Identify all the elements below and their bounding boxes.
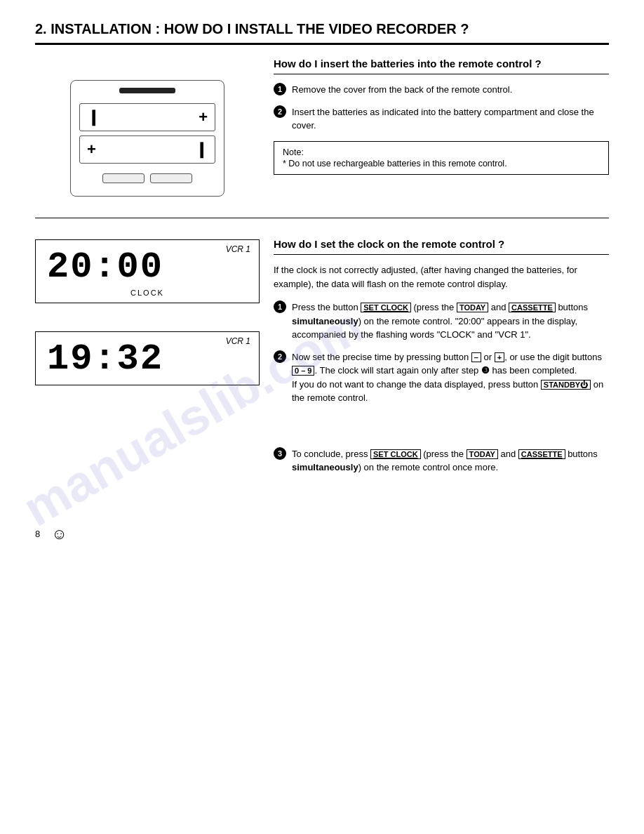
clock-step-3: 3 To conclude, press SET CLOCK (press th… <box>274 447 609 475</box>
clock-step-2-num: 2 <box>274 350 286 363</box>
clock-step-3-text: To conclude, press SET CLOCK (press the … <box>292 447 609 475</box>
battery-positive-2: + <box>87 140 96 159</box>
plus-btn: + <box>495 352 504 362</box>
clock-step-2-text: Now set the precise time by pressing but… <box>292 350 609 405</box>
clock-step-1-text: Press the button SET CLOCK (press the TO… <box>292 300 609 342</box>
clock-heading: How do I set the clock on the remote con… <box>274 232 609 255</box>
batteries-step-2: 2 Insert the batteries as indicated into… <box>274 105 609 133</box>
clock-display-2: VCR 1 19:32 <box>35 331 260 385</box>
left-col-clocks: VCR 1 20:00 CLOCK VCR 1 19:32 <box>35 232 260 483</box>
remote-btn-left <box>102 173 145 183</box>
battery-row-1: ❙ + <box>79 103 215 131</box>
step-1-number: 1 <box>274 83 286 95</box>
batteries-heading: How do I insert the batteries into the r… <box>274 52 609 74</box>
note-text: * Do not use rechargeable batteries in t… <box>283 159 600 168</box>
today-btn-1: TODAY <box>457 303 488 312</box>
remote-control-diagram: ❙ + + ❙ <box>70 80 224 197</box>
left-column: ❙ + + ❙ <box>35 52 260 211</box>
battery-negative-2: ❙ <box>195 140 208 159</box>
right-column-batteries: How do I insert the batteries into the r… <box>274 52 609 211</box>
clock-time-1: 20:00 <box>47 247 248 287</box>
battery-positive-1: + <box>199 108 208 126</box>
digit-btn: 0 – 9 <box>292 366 314 376</box>
remote-top-bar <box>119 88 175 93</box>
footer-icon: ☺ <box>51 525 67 543</box>
today-btn-2: TODAY <box>467 449 498 459</box>
page-footer: 8 ☺ <box>35 525 609 543</box>
cassette-btn-1: CASSETTE <box>509 303 556 312</box>
cassette-btn-2: CASSETTE <box>518 449 565 459</box>
page-title: 2. INSTALLATION : HOW DO I INSTALL THE V… <box>35 21 609 45</box>
remote-bottom-controls <box>79 173 215 183</box>
minus-btn: – <box>471 352 481 362</box>
clock-display-1: VCR 1 20:00 CLOCK <box>35 239 260 303</box>
clock-step-1: 1 Press the button SET CLOCK (press the … <box>274 300 609 342</box>
note-title: Note: <box>283 147 600 157</box>
step-2-number: 2 <box>274 105 286 118</box>
clock-step-3-num: 3 <box>274 447 286 460</box>
footer-page-number: 8 <box>35 529 40 539</box>
clock-step-1-num: 1 <box>274 300 286 313</box>
battery-row-2: + ❙ <box>79 135 215 164</box>
vcr-label-2: VCR 1 <box>226 336 250 346</box>
set-clock-btn-2: SET CLOCK <box>370 449 421 459</box>
vcr-label-1: VCR 1 <box>226 244 250 254</box>
clock-time-2: 19:32 <box>47 339 248 379</box>
clock-sublabel-1: CLOCK <box>47 289 248 297</box>
clock-step-2: 2 Now set the precise time by pressing b… <box>274 350 609 405</box>
note-box: Note: * Do not use rechargeable batterie… <box>274 141 609 175</box>
batteries-step-1-text: Remove the cover from the back of the re… <box>292 83 512 97</box>
standby-btn: STANDBY⏻ <box>541 380 591 390</box>
set-clock-btn-1: SET CLOCK <box>361 303 411 312</box>
battery-negative-1: ❙ <box>87 108 100 126</box>
batteries-step-2-text: Insert the batteries as indicated into t… <box>292 105 609 133</box>
remote-btn-right <box>150 173 192 183</box>
right-col-clock: How do I set the clock on the remote con… <box>274 232 609 483</box>
batteries-step-1: 1 Remove the cover from the back of the … <box>274 83 609 97</box>
clock-intro: If the clock is not correctly adjusted, … <box>274 263 609 291</box>
